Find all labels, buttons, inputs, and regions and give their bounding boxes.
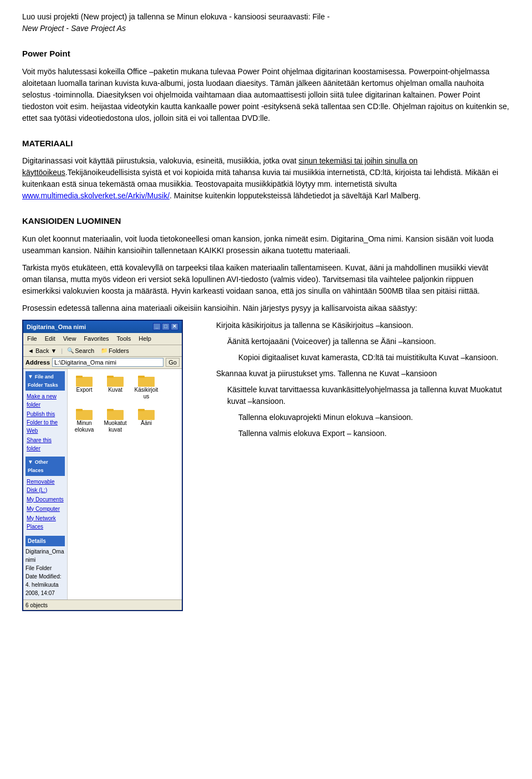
- folders-icon: 📁: [101, 347, 108, 353]
- win-folder-name-kasikirjoitus: Käsikirjoitus: [134, 387, 158, 400]
- win-close-btn[interactable]: ✕: [171, 323, 178, 330]
- svg-rect-6: [138, 376, 145, 378]
- win-title-text: Digitarina_Oma nimi: [27, 322, 86, 332]
- two-column-layout: Digitarina_Oma nimi _ □ ✕ File Edit View…: [22, 320, 510, 612]
- folder-icon-export: [76, 373, 93, 387]
- win-menu-file[interactable]: File: [25, 334, 39, 344]
- folder-icon-aani: [138, 407, 155, 420]
- win-sidebar: ▼ File and Folder Tasks Make a new folde…: [23, 369, 68, 599]
- svg-rect-9: [107, 410, 124, 420]
- powerpoint-heading: Power Point: [22, 48, 510, 60]
- right-list-item-3: Kopioi digitaaliset kuvat kamerasta, CD:…: [238, 352, 510, 363]
- svg-rect-12: [138, 409, 145, 411]
- explorer-screenshot: Digitarina_Oma nimi _ □ ✕ File Edit View…: [22, 320, 183, 612]
- win-folder-name-kuvat: Kuvat: [103, 387, 127, 393]
- win-folder-kuvat[interactable]: Kuvat: [103, 373, 127, 400]
- right-list-item-2: Äänitä kertojaaäni (Voiceover) ja tallen…: [227, 336, 510, 347]
- win-body: ▼ File and Folder Tasks Make a new folde…: [23, 369, 182, 599]
- win-folder-kasikirjoitus[interactable]: Käsikirjoitus: [134, 373, 158, 400]
- win-folder-minun-elokuva[interactable]: Minun elokuva: [72, 407, 96, 433]
- win-details-name: Digitarina_Oma nimi: [25, 547, 65, 564]
- right-column: Kirjoita käsikirjoitus ja tallenna se Kä…: [194, 320, 510, 612]
- win-sidebar-new-folder[interactable]: Make a new folder: [25, 392, 65, 409]
- win-sidebar-section-tasks[interactable]: ▼ File and Folder Tasks: [25, 371, 65, 391]
- intro-line1: Luo uusi projekti (New project) ja talle…: [22, 12, 330, 21]
- win-sidebar-removable[interactable]: Removable Disk (L:): [25, 477, 65, 495]
- materiaali-text-before: Digitarinassasi voit käyttää piirustuksi…: [22, 156, 299, 165]
- chevron-icon: ▼: [28, 373, 35, 380]
- win-details-type: File Folder: [25, 564, 65, 572]
- win-address-label: Address: [25, 358, 50, 367]
- materiaali-text-after: .Tekijänoikeudellisista syistä et voi ko…: [22, 168, 498, 188]
- win-folder-aani[interactable]: Ääni: [134, 407, 158, 433]
- win-menu-tools[interactable]: Tools: [115, 334, 133, 344]
- page-content: Luo uusi projekti (New project) ja talle…: [22, 11, 510, 611]
- right-list-item-1: Kirjoita käsikirjoitus ja tallenna se Kä…: [216, 320, 510, 331]
- materiaali-link[interactable]: www.multimedia.skolverket.se/Arkiv/Musik…: [22, 191, 170, 200]
- intro-paragraph: Luo uusi projekti (New project) ja talle…: [22, 11, 510, 34]
- win-menu-bar: File Edit View Favorites Tools Help: [23, 333, 182, 345]
- svg-rect-8: [76, 409, 83, 411]
- win-address-input[interactable]: [52, 358, 163, 367]
- win-folder-name-minun-elokuva: Minun elokuva: [72, 420, 96, 433]
- win-go-btn[interactable]: Go: [166, 358, 180, 367]
- svg-rect-3: [107, 377, 124, 387]
- win-details-panel: Details Digitarina_Oma nimi File Folder …: [25, 536, 65, 597]
- win-menu-edit[interactable]: Edit: [43, 334, 57, 344]
- svg-rect-11: [138, 410, 155, 420]
- right-list-item-4: Skannaa kuvat ja piirustukset yms. Talle…: [216, 368, 510, 380]
- right-list-item-7: Tallenna valmis elokuva Export – kansioo…: [238, 428, 510, 439]
- win-title-bar: Digitarina_Oma nimi _ □ ✕: [23, 321, 182, 334]
- win-main-folder-area: Export Kuvat Käsikirjoitus: [68, 369, 182, 599]
- win-menu-favorites[interactable]: Favorites: [82, 334, 110, 344]
- win-details-title: Details: [25, 536, 65, 546]
- win-search-btn[interactable]: 🔍 Search: [65, 346, 96, 355]
- win-statusbar: 6 objects: [23, 599, 182, 611]
- folder-icon-kuvat: [107, 373, 124, 387]
- materiaali-text-end: . Mainitse kuitenkin lopputeksteissä läh…: [170, 191, 421, 200]
- materiaali-heading: MATERIAALI: [22, 137, 510, 150]
- folder-icon-minun-elokuva: [76, 407, 93, 420]
- win-details-content: Digitarina_Oma nimi File Folder Date Mod…: [25, 547, 65, 597]
- win-menu-help[interactable]: Help: [137, 334, 153, 344]
- win-minimize-btn[interactable]: _: [153, 323, 161, 330]
- win-folder-name-export: Export: [72, 387, 96, 393]
- win-sidebar-mydocs[interactable]: My Documents: [25, 495, 65, 504]
- win-folder-name-aani: Ääni: [134, 420, 158, 427]
- win-toolbar: ◄ Back ▼ | 🔍 Search 📁 Folders: [23, 345, 182, 357]
- win-maximize-btn[interactable]: □: [162, 323, 170, 330]
- win-folders-btn[interactable]: 📁 Folders: [99, 346, 131, 355]
- folder-icon-muokatut: [107, 407, 124, 420]
- search-icon: 🔍: [67, 347, 74, 353]
- win-details-date-label: Date Modified: 4. helmikuuta: [25, 572, 65, 589]
- win-back-btn[interactable]: ◄ Back ▼: [25, 346, 59, 355]
- win-sidebar-publish[interactable]: Publish this Folder to the Web: [25, 409, 65, 435]
- kansioiden-heading: KANSIOIDEN LUOMINEN: [22, 215, 510, 228]
- win-address-bar: Address Go: [23, 357, 182, 369]
- svg-rect-4: [107, 376, 114, 378]
- svg-rect-7: [76, 410, 93, 420]
- svg-rect-2: [76, 376, 83, 378]
- kansioiden-para3: Prosessin edetessä tallenna aina materia…: [22, 303, 510, 314]
- win-title-controls: _ □ ✕: [153, 323, 178, 330]
- kansioiden-para2: Tarkista myös etukäteen, että kovalevyll…: [22, 262, 510, 297]
- win-menu-view[interactable]: View: [62, 334, 78, 344]
- right-list-item-6: Tallenna elokuvaprojekti Minun elokuva –…: [238, 412, 510, 423]
- right-list: Kirjoita käsikirjoitus ja tallenna se Kä…: [205, 320, 510, 439]
- win-details-date: 2008, 14:07: [25, 589, 65, 597]
- win-sidebar-section-other[interactable]: ▼ Other Places: [25, 457, 65, 476]
- win-folder-muokatut[interactable]: Muokatut kuvat: [103, 407, 127, 433]
- folder-icon-kasikirjoitus: [138, 373, 155, 387]
- svg-rect-5: [138, 377, 155, 387]
- win-sidebar-mynetwork[interactable]: My Network Places: [25, 514, 65, 531]
- kansioiden-para1: Kun olet koonnut materiaalin, voit luoda…: [22, 233, 510, 257]
- materiaali-para1: Digitarinassasi voit käyttää piirustuksi…: [22, 155, 510, 202]
- win-folder-export[interactable]: Export: [72, 373, 96, 400]
- win-sidebar-mycomputer[interactable]: My Computer: [25, 504, 65, 514]
- win-folder-name-muokatut: Muokatut kuvat: [103, 420, 127, 433]
- svg-rect-10: [107, 409, 114, 411]
- win-sidebar-share[interactable]: Share this folder: [25, 435, 65, 453]
- win-explorer-window: Digitarina_Oma nimi _ □ ✕ File Edit View…: [22, 320, 183, 612]
- powerpoint-para1: Voit myös halutessasi kokeilla Office –p…: [22, 66, 510, 124]
- right-list-item-5: Käsittele kuvat tarvittaessa kuvankäsitt…: [227, 384, 510, 407]
